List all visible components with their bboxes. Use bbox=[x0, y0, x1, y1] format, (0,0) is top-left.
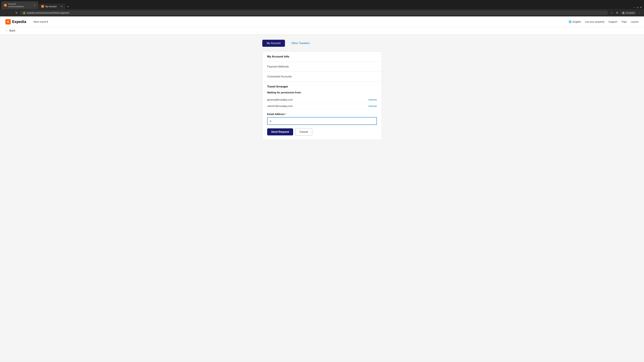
back-button[interactable]: ← Back bbox=[5, 29, 639, 32]
incognito-button[interactable]: 🕵 Incognito bbox=[620, 11, 636, 15]
browser-tab-bar: E Account communications ✕ E My Account … bbox=[0, 0, 644, 9]
email-label-text: Email Address bbox=[267, 113, 284, 115]
more-travel-label: More travel bbox=[34, 20, 46, 23]
restore-button[interactable]: ▭ bbox=[636, 6, 639, 9]
tab-close-account-communications[interactable]: ✕ bbox=[34, 4, 36, 6]
send-request-button[interactable]: Send Request bbox=[267, 128, 293, 135]
required-star: * bbox=[285, 113, 286, 115]
back-nav-button[interactable]: ← bbox=[2, 10, 7, 15]
support-link[interactable]: Support bbox=[608, 20, 617, 23]
tab-close-my-account[interactable]: ✕ bbox=[61, 5, 63, 8]
lock-icon: 🔒 bbox=[23, 11, 26, 14]
email-form-section: Email Address * Send Request Cancel bbox=[267, 109, 377, 136]
browser-chrome: E Account communications ✕ E My Account … bbox=[0, 0, 644, 16]
tab-label-my-account: My Account bbox=[45, 5, 56, 8]
language-label: English bbox=[573, 20, 581, 23]
email-address-label: Email Address * bbox=[267, 113, 377, 115]
connected-accounts-link[interactable]: Connected Accounts bbox=[267, 75, 377, 78]
remove-link-2[interactable]: remove bbox=[368, 105, 377, 107]
globe-icon: 🌐 bbox=[568, 20, 572, 23]
main-nav: More travel ▾ bbox=[32, 19, 50, 25]
permission-email-1: geneva@moodjoy.com bbox=[267, 98, 293, 101]
expedia-logo-icon bbox=[5, 19, 11, 24]
tab-my-account[interactable]: My Account bbox=[262, 40, 285, 47]
browser-tab-my-account[interactable]: E My Account ✕ bbox=[38, 4, 66, 9]
incognito-label: Incognito bbox=[626, 11, 634, 14]
more-travel-chevron: ▾ bbox=[47, 20, 48, 23]
trips-label: Trips bbox=[621, 20, 627, 23]
panel-connected-accounts-section[interactable]: Connected Accounts bbox=[262, 72, 382, 82]
trips-link[interactable]: Trips bbox=[621, 20, 627, 23]
waiting-for-label: Waiting for permission from: bbox=[267, 91, 377, 94]
browser-tab-account-communications[interactable]: E Account communications ✕ bbox=[1, 1, 38, 9]
menu-button[interactable]: ⋮ bbox=[637, 10, 642, 15]
tab-my-account-label: My Account bbox=[267, 42, 280, 44]
form-actions: Send Request Cancel bbox=[267, 128, 377, 136]
list-property-label: List your property bbox=[585, 20, 604, 23]
back-arrow-icon: ← bbox=[5, 29, 8, 32]
email-address-input[interactable] bbox=[267, 117, 377, 125]
forward-nav-button[interactable]: → bbox=[8, 10, 13, 15]
incognito-icon: 🕵 bbox=[622, 11, 625, 14]
back-area: ← Back bbox=[0, 27, 644, 34]
tab-other-travelers-label: Other Travelers bbox=[291, 42, 310, 44]
user-name-label: Lauren bbox=[631, 20, 639, 23]
payment-methods-link[interactable]: Payment Methods bbox=[267, 65, 377, 68]
panel-account-info-section: My Account Info bbox=[262, 52, 382, 62]
travel-arranger-title: Travel Arranger bbox=[267, 85, 377, 88]
new-tab-button[interactable]: + bbox=[66, 4, 70, 9]
close-window-button[interactable]: ✕ bbox=[639, 6, 643, 9]
main-content: My Account Other Travelers My Account In… bbox=[258, 34, 386, 145]
permission-email-2: John07@moodjoy.com bbox=[267, 105, 293, 107]
permission-entry-1: geneva@moodjoy.com remove bbox=[267, 96, 377, 103]
minimize-button[interactable]: ─ bbox=[632, 6, 636, 9]
travel-arranger-section: Travel Arranger Waiting for permission f… bbox=[262, 82, 382, 140]
toolbar-actions: ☆ ⧉ 🕵 Incognito ⋮ bbox=[609, 10, 642, 15]
expedia-logo-text: Expedia bbox=[12, 19, 26, 24]
tab-favicon-my-account: E bbox=[41, 5, 44, 8]
address-bar[interactable]: 🔒 expedia.com/user/account/?&selc=paymen… bbox=[20, 10, 608, 15]
account-panel: My Account Info Payment Methods Connecte… bbox=[262, 51, 382, 140]
panel-payment-methods-section[interactable]: Payment Methods bbox=[262, 62, 382, 72]
extensions-button[interactable]: ⧉ bbox=[615, 10, 619, 15]
tab-other-travelers[interactable]: Other Travelers bbox=[287, 40, 314, 47]
more-travel-nav[interactable]: More travel ▾ bbox=[32, 19, 50, 25]
expedia-logo[interactable]: Expedia bbox=[5, 19, 26, 24]
page-wrapper: Expedia More travel ▾ 🌐 English List you… bbox=[0, 16, 644, 362]
browser-toolbar: ← → ↻ 🔒 expedia.com/user/account/?&selc=… bbox=[0, 9, 644, 16]
support-label: Support bbox=[608, 20, 617, 23]
reload-button[interactable]: ↻ bbox=[14, 10, 19, 15]
cancel-button[interactable]: Cancel bbox=[295, 128, 312, 136]
tab-label-account-communications: Account communications bbox=[8, 3, 32, 8]
tab-favicon-account-communications: E bbox=[4, 4, 7, 6]
permission-entry-2: John07@moodjoy.com remove bbox=[267, 103, 377, 109]
header-right: 🌐 English List your property Support Tri… bbox=[568, 20, 639, 23]
site-header: Expedia More travel ▾ 🌐 English List you… bbox=[0, 16, 644, 27]
user-account-link[interactable]: Lauren bbox=[631, 20, 639, 23]
panel-account-info-title: My Account Info bbox=[267, 55, 377, 58]
url-text: expedia.com/user/account/?&selc=payment bbox=[27, 11, 69, 14]
star-button[interactable]: ☆ bbox=[609, 10, 614, 15]
language-selector[interactable]: 🌐 English bbox=[568, 20, 581, 23]
list-property-link[interactable]: List your property bbox=[585, 20, 604, 23]
remove-link-1[interactable]: remove bbox=[368, 98, 377, 101]
back-label: Back bbox=[10, 29, 16, 32]
account-tabs: My Account Other Travelers bbox=[262, 40, 382, 47]
